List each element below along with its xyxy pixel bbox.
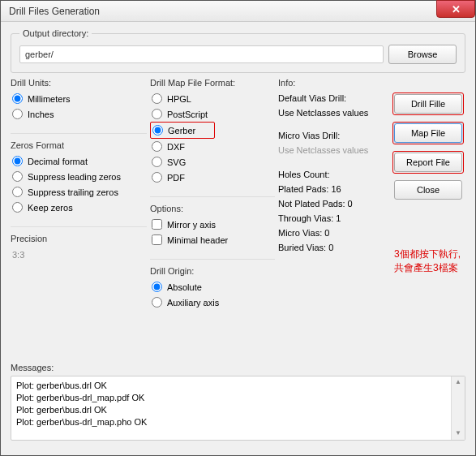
messages-label: Messages:	[11, 363, 465, 372]
drill-file-button[interactable]: Drill Fille	[394, 94, 462, 114]
radio-dxf[interactable]: DXF	[150, 139, 275, 154]
output-directory-group: Output directory: Browse	[11, 28, 465, 73]
message-line: Plot: gerber\bus.drl OK	[16, 404, 460, 416]
map-file-button[interactable]: Map File	[394, 123, 462, 143]
dialog-content: Output directory: Browse Drill Units: Mi…	[1, 22, 475, 455]
drill-units-label: Drill Units:	[11, 78, 147, 88]
annotation-text: 3個都按下執行, 共會產生3檔案	[394, 247, 461, 275]
radio-absolute[interactable]: Absolute	[150, 279, 275, 295]
radio-svg[interactable]: SVG	[150, 154, 275, 170]
buried-vias: Buried Vias: 0	[278, 240, 388, 255]
default-vias-label: Default Vias Drill:	[278, 91, 388, 105]
output-directory-label: Output directory:	[19, 28, 92, 38]
radio-postscript[interactable]: PostScript	[150, 106, 275, 122]
check-mirror-y[interactable]: Mirror y axis	[150, 217, 275, 232]
plated-pads: Plated Pads: 16	[278, 182, 388, 196]
map-format-label: Drill Map File Format:	[150, 78, 275, 88]
radio-millimeters[interactable]: Millimeters	[11, 91, 147, 106]
radio-inches[interactable]: Inches	[11, 106, 147, 122]
highlight-map-button: Map File	[392, 122, 464, 144]
drill-origin-label: Drill Origin:	[150, 266, 275, 276]
options-label: Options:	[150, 204, 275, 213]
zeros-format-label: Zeros Format	[11, 140, 147, 150]
info-label: Info:	[278, 78, 388, 88]
titlebar[interactable]: Drill Files Generation ✕	[1, 1, 475, 22]
scroll-down-icon[interactable]: ▼	[452, 428, 465, 440]
dialog-window: Drill Files Generation ✕ Output director…	[0, 0, 476, 456]
through-vias: Through Vias: 1	[278, 211, 388, 226]
output-directory-input[interactable]	[19, 45, 384, 63]
radio-suppress-trailing[interactable]: Suppress trailing zeros	[11, 184, 147, 200]
radio-gerber[interactable]: Gerber	[151, 123, 214, 138]
report-file-button[interactable]: Report File	[394, 153, 462, 172]
radio-auxiliary[interactable]: Auxiliary axis	[150, 295, 275, 310]
precision-value: 3:3	[11, 247, 147, 263]
highlight-gerber: Gerber	[150, 122, 215, 139]
not-plated-pads: Not Plated Pads: 0	[278, 196, 388, 211]
radio-pdf[interactable]: PDF	[150, 170, 275, 185]
micro-vias: Micro Vias: 0	[278, 226, 388, 240]
check-minimal-header[interactable]: Minimal header	[150, 232, 275, 247]
highlight-report-button: Report File	[392, 151, 464, 174]
holes-count-label: Holes Count:	[278, 167, 388, 182]
scroll-up-icon[interactable]: ▲	[452, 376, 465, 389]
scrollbar-vertical[interactable]: ▲ ▼	[451, 376, 465, 440]
close-icon[interactable]: ✕	[436, 0, 475, 18]
radio-suppress-leading[interactable]: Suppress leading zeros	[11, 169, 147, 184]
close-button[interactable]: Close	[394, 180, 462, 200]
message-line: Plot: gerber\bus-drl_map.pdf OK	[16, 392, 460, 404]
message-line: Plot: gerber\bus.drl OK	[16, 380, 460, 392]
highlight-drill-button: Drill Fille	[392, 92, 464, 115]
messages-textarea[interactable]: Plot: gerber\bus.drl OK Plot: gerber\bus…	[11, 376, 465, 441]
micro-vias-label: Micro Vias Drill:	[278, 128, 388, 143]
message-line: Plot: gerber\bus-drl_map.pho OK	[16, 416, 460, 428]
radio-hpgl[interactable]: HPGL	[150, 91, 275, 106]
precision-label: Precision	[11, 234, 147, 243]
radio-decimal-format[interactable]: Decimal format	[11, 153, 147, 169]
use-netclasses-1: Use Netclasses values	[278, 105, 388, 120]
window-title: Drill Files Generation	[4, 6, 100, 17]
radio-keep-zeros[interactable]: Keep zeros	[11, 200, 147, 215]
use-netclasses-2: Use Netclasses values	[278, 143, 388, 157]
browse-button[interactable]: Browse	[388, 45, 457, 64]
